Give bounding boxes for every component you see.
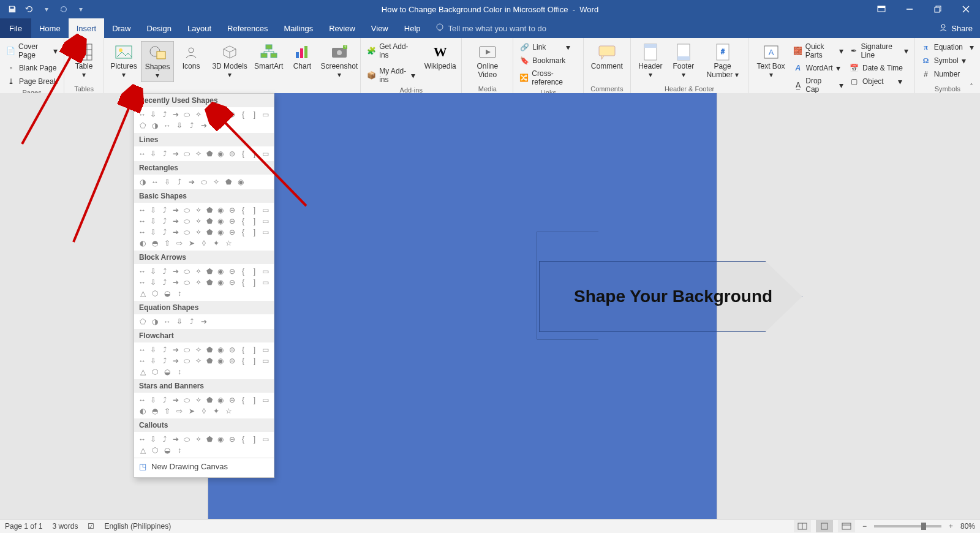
shape-item[interactable]: ⊖ bbox=[227, 216, 237, 227]
shape-item[interactable]: ⬟ bbox=[205, 266, 214, 277]
shape-item[interactable]: ◉ bbox=[216, 355, 225, 366]
shape-item[interactable]: ⤴ bbox=[186, 316, 197, 327]
shape-item[interactable]: ⤴ bbox=[160, 216, 170, 227]
shape-item[interactable]: ◉ bbox=[216, 205, 225, 216]
shape-item[interactable]: ⬭ bbox=[182, 266, 192, 277]
shape-item[interactable]: ➔ bbox=[171, 216, 181, 227]
shape-item[interactable]: ➔ bbox=[171, 355, 181, 366]
shape-item[interactable]: ↔ bbox=[137, 227, 147, 238]
shape-item[interactable]: ⊖ bbox=[227, 344, 237, 355]
shape-item[interactable]: ➔ bbox=[171, 109, 181, 120]
shape-item[interactable]: ✧ bbox=[194, 205, 203, 216]
shape-item[interactable]: ] bbox=[249, 395, 259, 406]
collapse-ribbon-icon[interactable]: ˄ bbox=[967, 82, 976, 92]
shape-item[interactable]: ◒ bbox=[162, 366, 173, 377]
shape-item[interactable]: ↔ bbox=[137, 109, 147, 120]
symbol-button[interactable]: ΩSymbol▾ bbox=[919, 55, 976, 67]
shape-item[interactable]: { bbox=[238, 355, 248, 366]
shape-item[interactable]: ↔ bbox=[137, 434, 147, 445]
shape-item[interactable]: ▭ bbox=[261, 216, 271, 227]
shape-item[interactable]: ✦ bbox=[211, 406, 222, 417]
restore-icon[interactable] bbox=[924, 0, 952, 18]
shape-item[interactable]: ☆ bbox=[223, 238, 234, 249]
chart-button[interactable]: Chart bbox=[286, 41, 318, 72]
shape-item[interactable]: { bbox=[238, 344, 248, 355]
shape-item[interactable]: ⬭ bbox=[182, 395, 192, 406]
tab-layout[interactable]: Layout bbox=[179, 18, 219, 38]
shape-item[interactable]: ⊖ bbox=[227, 148, 237, 159]
new-drawing-canvas[interactable]: ◳New Drawing Canvas bbox=[134, 458, 274, 475]
3d-models-button[interactable]: 3D Models ▾ bbox=[208, 41, 251, 81]
shape-item[interactable]: ⊖ bbox=[227, 227, 237, 238]
shape-item[interactable]: ✧ bbox=[194, 148, 203, 159]
shape-item[interactable]: ⬭ bbox=[182, 355, 192, 366]
shape-item[interactable]: ⬟ bbox=[205, 205, 214, 216]
zoom-in-icon[interactable]: + bbox=[946, 522, 956, 531]
shape-item[interactable]: ◉ bbox=[216, 216, 225, 227]
shape-item[interactable]: ▭ bbox=[261, 148, 271, 159]
smartart-button[interactable]: SmartArt bbox=[252, 41, 285, 72]
shape-item[interactable]: ⤴ bbox=[160, 434, 170, 445]
shape-item[interactable]: { bbox=[238, 395, 248, 406]
shape-item[interactable]: ⇩ bbox=[148, 148, 158, 159]
shape-item[interactable]: ] bbox=[249, 148, 259, 159]
bookmark-button[interactable]: 🔖Bookmark bbox=[517, 55, 579, 67]
date-time-button[interactable]: 📅Date & Time bbox=[847, 62, 911, 74]
shape-item[interactable]: ⬭ bbox=[182, 216, 192, 227]
status-words[interactable]: 3 words bbox=[52, 522, 78, 531]
shape-item[interactable]: ↔ bbox=[137, 266, 147, 277]
tab-references[interactable]: References bbox=[219, 18, 276, 38]
online-video-button[interactable]: Online Video bbox=[466, 41, 509, 81]
shape-item[interactable]: ↕ bbox=[174, 288, 185, 299]
shape-item[interactable]: ⊖ bbox=[227, 205, 237, 216]
tab-file[interactable]: File bbox=[0, 18, 31, 38]
shape-item[interactable]: { bbox=[238, 109, 248, 120]
shape-item[interactable]: ➔ bbox=[171, 344, 181, 355]
shape-item[interactable]: ◒ bbox=[162, 445, 173, 456]
shape-item[interactable]: ⊖ bbox=[227, 355, 237, 366]
shapes-gallery[interactable]: Recently Used Shapes↔⇩⤴➔⬭✧⬟◉⊖{]▭⬠◑↔⇩⤴➔Li… bbox=[134, 93, 274, 478]
shape-item[interactable]: ⬡ bbox=[149, 445, 160, 456]
shape-item[interactable]: ⤴ bbox=[160, 277, 170, 288]
shape-item[interactable]: ] bbox=[249, 205, 259, 216]
shape-item[interactable]: ⇩ bbox=[148, 434, 158, 445]
shape-item[interactable]: ➤ bbox=[186, 238, 197, 249]
shape-item[interactable]: ◉ bbox=[216, 434, 225, 445]
shape-item[interactable]: ⤴ bbox=[160, 266, 170, 277]
shape-item[interactable]: ↔ bbox=[137, 355, 147, 366]
header-button[interactable]: Header▾ bbox=[635, 41, 666, 81]
shape-item[interactable]: ◑ bbox=[137, 176, 148, 187]
shape-item[interactable]: ◉ bbox=[216, 266, 225, 277]
shape-item[interactable]: ◑ bbox=[149, 316, 160, 327]
shape-item[interactable]: ⇩ bbox=[148, 227, 158, 238]
shape-item[interactable]: ⇩ bbox=[148, 344, 158, 355]
shape-item[interactable]: ▭ bbox=[261, 344, 271, 355]
shape-item[interactable]: ↕ bbox=[174, 445, 185, 456]
shape-item[interactable]: ⇨ bbox=[174, 406, 185, 417]
shape-item[interactable]: ◊ bbox=[198, 238, 209, 249]
shape-item[interactable]: ➔ bbox=[171, 395, 181, 406]
shape-item[interactable]: ◓ bbox=[149, 406, 160, 417]
shape-item[interactable]: ⬟ bbox=[205, 148, 214, 159]
tab-draw[interactable]: Draw bbox=[104, 18, 138, 38]
shape-item[interactable]: △ bbox=[137, 445, 148, 456]
shape-item[interactable]: ➔ bbox=[171, 434, 181, 445]
shape-item[interactable]: ⇩ bbox=[148, 395, 158, 406]
shape-item[interactable]: { bbox=[238, 277, 248, 288]
shape-item[interactable]: ⇩ bbox=[148, 216, 158, 227]
shape-item[interactable]: ↔ bbox=[162, 316, 173, 327]
shape-item[interactable]: ⤴ bbox=[186, 120, 197, 131]
blank-page-button[interactable]: ▫Blank Page bbox=[4, 62, 60, 74]
shape-item[interactable]: ✦ bbox=[211, 238, 222, 249]
tab-design[interactable]: Design bbox=[139, 18, 179, 38]
shape-item[interactable]: ↔ bbox=[149, 176, 160, 187]
tab-insert[interactable]: Insert bbox=[69, 18, 105, 38]
shape-item[interactable]: ⊖ bbox=[227, 109, 237, 120]
display-options-icon[interactable] bbox=[867, 0, 895, 18]
screenshot-button[interactable]: +Screenshot▾ bbox=[319, 41, 359, 81]
shape-item[interactable]: ⤴ bbox=[160, 148, 170, 159]
shape-item[interactable]: { bbox=[238, 266, 248, 277]
shape-item[interactable]: ◉ bbox=[235, 176, 246, 187]
shape-item[interactable]: ➔ bbox=[171, 205, 181, 216]
shape-item[interactable]: ⬭ bbox=[198, 176, 209, 187]
